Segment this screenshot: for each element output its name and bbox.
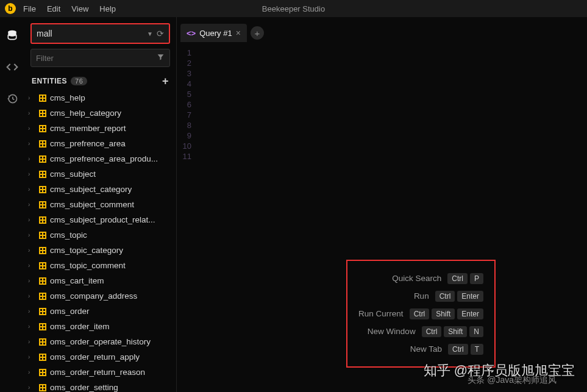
- tab-query-1[interactable]: <> Query #1 ×: [180, 24, 247, 42]
- shortcut-label: Run Current: [358, 309, 404, 318]
- chevron-right-icon: ›: [28, 247, 35, 254]
- key-badge: Shift: [444, 326, 467, 337]
- chevron-right-icon: ›: [28, 323, 35, 330]
- database-selector[interactable]: ▼ ⟳: [30, 23, 170, 44]
- table-row[interactable]: ›oms_order: [24, 304, 176, 319]
- table-name: cms_member_report: [50, 124, 126, 133]
- table-row[interactable]: ›oms_order_item: [24, 319, 176, 334]
- chevron-right-icon: ›: [28, 125, 35, 132]
- chevron-right-icon: ›: [28, 293, 35, 299]
- table-name: oms_order_item: [50, 322, 110, 331]
- menu-edit[interactable]: Edit: [47, 4, 60, 13]
- table-name: cms_topic: [50, 230, 87, 240]
- table-icon: [39, 247, 46, 254]
- table-row[interactable]: ›cms_topic: [24, 227, 176, 243]
- table-row[interactable]: ›cms_help_category: [24, 105, 176, 121]
- entities-count-badge: 76: [71, 77, 87, 85]
- table-row[interactable]: ›oms_order_operate_history: [24, 334, 176, 349]
- history-icon[interactable]: [6, 93, 18, 107]
- filter-icon[interactable]: [157, 52, 165, 63]
- filter-input[interactable]: [36, 54, 157, 63]
- table-icon: [39, 308, 46, 315]
- chevron-right-icon: ›: [28, 140, 35, 147]
- chevron-right-icon: ›: [28, 155, 35, 162]
- table-name: cms_help: [50, 93, 85, 102]
- close-tab-icon[interactable]: ×: [236, 28, 241, 38]
- menu-file[interactable]: File: [23, 4, 36, 13]
- table-name: cms_topic_category: [50, 246, 123, 255]
- table-icon: [39, 293, 46, 300]
- chevron-right-icon: ›: [28, 308, 35, 315]
- table-icon: [39, 110, 46, 117]
- table-row[interactable]: ›oms_order_return_reason: [24, 365, 176, 380]
- shortcuts-panel: Quick SearchCtrlPRunCtrlEnterRun Current…: [346, 260, 496, 368]
- table-row[interactable]: ›oms_order_return_apply: [24, 349, 176, 365]
- table-row[interactable]: ›cms_topic_category: [24, 243, 176, 258]
- filter-row[interactable]: [30, 49, 170, 67]
- chevron-right-icon: ›: [28, 171, 35, 177]
- table-row[interactable]: ›oms_company_address: [24, 288, 176, 304]
- shortcut-row: New TabCtrlT: [358, 340, 483, 358]
- chevron-right-icon: ›: [28, 232, 35, 238]
- entity-tree[interactable]: ›cms_help›cms_help_category›cms_member_r…: [24, 90, 176, 392]
- table-name: cms_prefrence_area: [50, 139, 126, 148]
- title-bar: b File Edit View Help Beekeeper Studio: [0, 0, 587, 17]
- key-badge: T: [471, 344, 483, 355]
- table-row[interactable]: ›cms_help: [24, 90, 176, 105]
- add-entity-button[interactable]: +: [162, 76, 169, 87]
- table-icon: [39, 277, 46, 285]
- key-badge: Ctrl: [435, 291, 455, 302]
- chevron-down-icon[interactable]: ▼: [147, 30, 153, 37]
- table-icon: [39, 262, 46, 269]
- table-name: oms_order: [50, 307, 90, 316]
- table-row[interactable]: ›cms_subject_comment: [24, 197, 176, 212]
- table-row[interactable]: ›cms_member_report: [24, 121, 176, 136]
- table-name: cms_subject_category: [50, 185, 132, 194]
- database-icon[interactable]: [6, 29, 18, 44]
- shortcut-label: Run: [414, 291, 429, 301]
- key-badge: Ctrl: [447, 273, 468, 284]
- line-gutter: 1234567891011: [177, 48, 195, 392]
- sidebar: ▼ ⟳ ENTITIES 76 + ›cms_help›cms_help_cat…: [24, 17, 177, 392]
- table-row[interactable]: ›cms_topic_comment: [24, 258, 176, 273]
- table-icon: [39, 338, 46, 346]
- tab-label: Query #1: [199, 29, 232, 38]
- table-row[interactable]: ›cms_prefrence_area_produ...: [24, 151, 176, 166]
- table-row[interactable]: ›oms_order_setting: [24, 380, 176, 392]
- menu-help[interactable]: Help: [99, 4, 116, 13]
- chevron-right-icon: ›: [28, 216, 35, 223]
- new-tab-button[interactable]: +: [251, 26, 264, 40]
- activity-bar: [0, 17, 24, 392]
- table-row[interactable]: ›cms_subject_product_relat...: [24, 212, 176, 227]
- table-row[interactable]: ›cms_subject_category: [24, 182, 176, 197]
- shortcut-label: New Tab: [410, 344, 442, 354]
- menu-view[interactable]: View: [71, 4, 88, 13]
- chevron-right-icon: ›: [28, 384, 35, 391]
- chevron-right-icon: ›: [28, 369, 35, 376]
- chevron-right-icon: ›: [28, 262, 35, 269]
- table-icon: [39, 354, 46, 361]
- menu-bar: File Edit View Help: [23, 4, 116, 13]
- table-row[interactable]: ›cms_subject: [24, 166, 176, 182]
- editor-area: <> Query #1 × + 1234567891011 Quick Sear…: [177, 17, 587, 392]
- chevron-right-icon: ›: [28, 110, 35, 116]
- table-icon: [39, 94, 46, 102]
- refresh-icon[interactable]: ⟳: [157, 29, 164, 38]
- key-badge: P: [470, 273, 483, 284]
- key-badge: Ctrl: [410, 308, 430, 319]
- database-input[interactable]: [37, 29, 143, 38]
- table-name: oms_company_address: [50, 291, 137, 301]
- chevron-right-icon: ›: [28, 354, 35, 360]
- table-row[interactable]: ›oms_cart_item: [24, 273, 176, 288]
- key-badge: Enter: [457, 291, 483, 302]
- query-icon[interactable]: [6, 61, 18, 76]
- entities-label: ENTITIES: [32, 77, 67, 85]
- table-icon: [39, 125, 46, 132]
- table-row[interactable]: ›cms_prefrence_area: [24, 136, 176, 151]
- key-badge: Ctrl: [448, 344, 468, 355]
- table-name: cms_prefrence_area_produ...: [50, 154, 158, 163]
- key-badge: Ctrl: [422, 326, 442, 337]
- chevron-right-icon: ›: [28, 94, 35, 101]
- table-icon: [39, 171, 46, 178]
- shortcut-row: Quick SearchCtrlP: [358, 269, 483, 287]
